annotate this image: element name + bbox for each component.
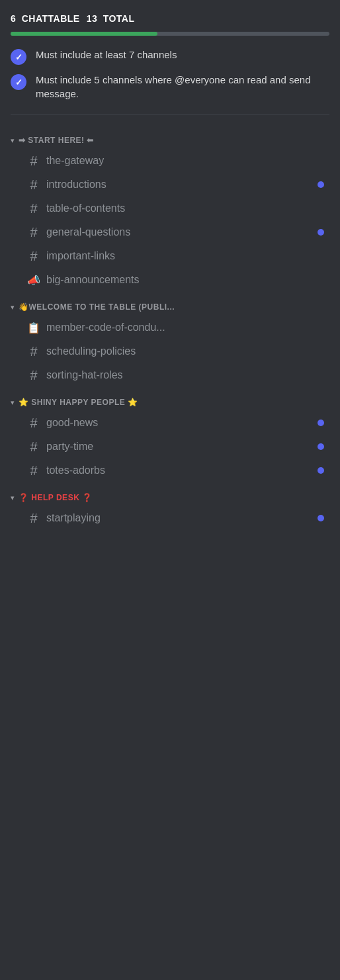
channel-totes-adorbs[interactable]: # totes-adorbs (11, 459, 329, 482)
channel-name-startplaying: startplaying (46, 512, 318, 524)
requirement-item-1: Must include at least 7 channels (11, 48, 329, 65)
channel-name-important-links: important-links (46, 250, 324, 262)
check-icon-2 (11, 74, 26, 90)
hash-icon-good-news: # (26, 416, 41, 429)
category-helpdesk: ▾ ❓ HELP DESK ❓ # startplaying (11, 485, 329, 530)
category-header-shiny[interactable]: ▾ ⭐ SHINY HAPPY PEOPLE ⭐ (11, 390, 329, 411)
unread-dot-general-questions (318, 229, 324, 236)
unread-dot-totes-adorbs (318, 467, 324, 474)
category-name-start-here: ➡ START HERE! ⬅ (19, 136, 94, 145)
channel-name-table-of-contents: table-of-contents (46, 202, 324, 214)
total-stat: 13 TOTAL (87, 13, 135, 24)
category-header-start-here[interactable]: ▾ ➡ START HERE! ⬅ (11, 128, 329, 149)
channel-name-big-announcements: big-announcements (46, 274, 324, 286)
hash-icon-general-questions: # (26, 226, 41, 239)
channel-name-totes-adorbs: totes-adorbs (46, 465, 318, 476)
hash-icon-table-of-contents: # (26, 202, 41, 215)
category-name-welcome: 👋WELCOME TO THE TABLE (PUBLI... (19, 302, 175, 312)
hash-icon-sorting-hat-roles: # (26, 369, 41, 382)
hash-icon-the-gateway: # (26, 154, 41, 167)
hash-icon-party-time: # (26, 440, 41, 453)
channel-name-scheduling-policies: scheduling-policies (46, 345, 324, 357)
hash-icon-startplaying: # (26, 512, 41, 525)
channel-member-code[interactable]: 📋 member-code-of-condu... (11, 316, 329, 339)
channel-name-the-gateway: the-gateway (46, 155, 324, 167)
unread-dot-party-time (318, 443, 324, 450)
announce-icon-big-announcements: 📣 (26, 274, 41, 287)
main-container: 6 CHATTABLE 13 TOTAL Must include at lea… (0, 0, 340, 546)
hash-icon-totes-adorbs: # (26, 464, 41, 477)
stats-row: 6 CHATTABLE 13 TOTAL (11, 13, 329, 24)
category-start-here: ▾ ➡ START HERE! ⬅ # the-gateway # introd… (11, 128, 329, 292)
channel-name-member-code: member-code-of-condu... (46, 322, 324, 334)
hash-icon-scheduling-policies: # (26, 345, 41, 358)
channel-big-announcements[interactable]: 📣 big-announcements (11, 268, 329, 292)
unread-dot-startplaying (318, 515, 324, 521)
unread-dot-introductions (318, 181, 324, 188)
rules-icon-member-code: 📋 (26, 322, 41, 334)
channel-introductions[interactable]: # introductions (11, 173, 329, 197)
total-count: 13 (87, 13, 98, 24)
requirement-text-2: Must include 5 channels where @everyone … (36, 73, 329, 101)
requirement-item-2: Must include 5 channels where @everyone … (11, 73, 329, 101)
channel-name-good-news: good-news (46, 417, 318, 429)
channel-sorting-hat-roles[interactable]: # sorting-hat-roles (11, 363, 329, 387)
channel-name-sorting-hat-roles: sorting-hat-roles (46, 369, 324, 381)
progress-bar-container (11, 32, 329, 36)
chattable-count: 6 (11, 13, 16, 24)
category-welcome: ▾ 👋WELCOME TO THE TABLE (PUBLI... 📋 memb… (11, 294, 329, 387)
hash-icon-important-links: # (26, 249, 41, 263)
channel-the-gateway[interactable]: # the-gateway (11, 149, 329, 173)
channel-general-questions[interactable]: # general-questions (11, 220, 329, 244)
category-header-welcome[interactable]: ▾ 👋WELCOME TO THE TABLE (PUBLI... (11, 294, 329, 316)
chevron-icon-welcome: ▾ (11, 303, 15, 312)
check-icon-1 (11, 49, 26, 65)
requirement-text-1: Must include at least 7 channels (36, 48, 177, 62)
channels-list: ▾ ➡ START HERE! ⬅ # the-gateway # introd… (11, 128, 329, 530)
channel-startplaying[interactable]: # startplaying (11, 506, 329, 530)
chattable-stat: 6 CHATTABLE (11, 13, 80, 24)
unread-dot-good-news (318, 420, 324, 426)
channel-name-introductions: introductions (46, 179, 318, 191)
channel-scheduling-policies[interactable]: # scheduling-policies (11, 339, 329, 363)
chevron-icon-start-here: ▾ (11, 136, 15, 145)
channel-name-party-time: party-time (46, 441, 318, 453)
requirements-section: Must include at least 7 channels Must in… (11, 48, 329, 114)
category-name-shiny: ⭐ SHINY HAPPY PEOPLE ⭐ (19, 398, 138, 407)
channel-party-time[interactable]: # party-time (11, 435, 329, 459)
chattable-label: CHATTABLE (22, 13, 80, 24)
total-label: TOTAL (103, 13, 135, 24)
channel-name-general-questions: general-questions (46, 226, 318, 238)
category-header-helpdesk[interactable]: ▾ ❓ HELP DESK ❓ (11, 485, 329, 506)
chevron-icon-shiny: ▾ (11, 398, 15, 407)
chevron-icon-helpdesk: ▾ (11, 494, 15, 502)
category-shiny: ▾ ⭐ SHINY HAPPY PEOPLE ⭐ # good-news # p… (11, 390, 329, 482)
hash-icon-introductions: # (26, 178, 41, 191)
channel-table-of-contents[interactable]: # table-of-contents (11, 197, 329, 220)
channel-important-links[interactable]: # important-links (11, 244, 329, 268)
progress-bar-fill (11, 32, 157, 36)
channel-good-news[interactable]: # good-news (11, 411, 329, 435)
category-name-helpdesk: ❓ HELP DESK ❓ (19, 493, 93, 502)
